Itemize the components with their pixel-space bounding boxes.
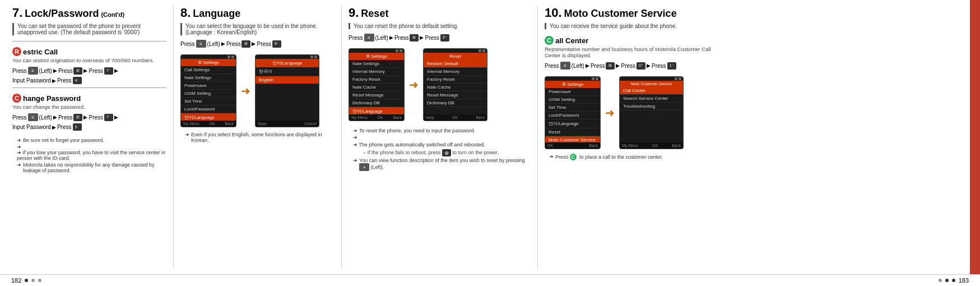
lang-screen-left: ⚙ Settings Call Settings Nate Settings P… <box>180 54 236 127</box>
num-btn-4[interactable]: 5⁻ <box>73 123 82 131</box>
section-9-number: 9. <box>349 6 359 20</box>
section-9-intro: You can reset the phone to default setti… <box>349 23 531 29</box>
menu-btn-lang[interactable]: ≡ <box>196 40 206 48</box>
num-btn-lang[interactable]: 8⁻ <box>272 40 281 48</box>
note-moto: Press C to place a call to the customer … <box>549 154 727 160</box>
phone-top-icons-r <box>256 55 319 59</box>
nav-btn-moto[interactable]: ⊞ <box>606 62 615 70</box>
num-btn-3[interactable]: 7⁻ <box>104 114 113 121</box>
note-reset-1: To reset the phone, you need to input th… <box>353 128 531 133</box>
section-10-number: 10. <box>545 6 562 20</box>
change-instruction-2: Input Password ▶ Press 5⁻ <box>12 123 166 131</box>
left-label-lang: (Left) <box>207 41 220 47</box>
press-label-4: Press <box>57 77 72 84</box>
lang-menu-usim: USIM Setting <box>181 90 236 98</box>
press-label-5: Press <box>12 114 27 121</box>
section-7-contd: (Cont'd) <box>101 11 124 18</box>
section-7-title: 7. Lock/Password (Cont'd) <box>12 6 166 20</box>
nav-btn-1[interactable]: ⊞ <box>73 67 82 75</box>
menu-btn-reset[interactable]: ≡ <box>364 34 374 41</box>
dot-1 <box>25 279 28 282</box>
num-btn-moto1[interactable]: 0⁺ <box>637 62 645 70</box>
dot-6 <box>952 279 955 282</box>
lang-right-title: 언어/Language <box>256 59 319 67</box>
reset-menu-dict: Dictionary DB <box>349 99 404 107</box>
moto-m-lock: Lock/Password <box>545 112 600 119</box>
num-btn-2[interactable]: 4⁻ <box>73 77 82 84</box>
section-7-number: 7. <box>12 6 22 20</box>
press-moto-4: Press <box>652 63 666 69</box>
note-lang-text: Even if you select English, some functio… <box>191 132 335 143</box>
press-label-6: Press <box>58 114 73 121</box>
change-pwd-title: C hange Password <box>12 94 166 103</box>
reset-screenshots: ⚙ Settings Nate Settings Internal Memory… <box>349 48 531 121</box>
signal-icon-r <box>310 56 313 58</box>
lang-left-title: ⚙ Settings <box>181 59 236 66</box>
moto-right-title: Moto Customer Service <box>620 81 683 87</box>
moto-r-call: Call Center <box>620 87 683 95</box>
reset-right-footer: Help OK Back <box>424 114 487 121</box>
restric-instruction-1: Press ≡ (Left) ▶ Press ⊞ ▶ Press 7⁻ ▶ <box>12 67 166 75</box>
nav-btn-lang[interactable]: ⊞ <box>241 40 250 48</box>
left-label-2: (Left) <box>39 114 52 121</box>
press-label-7: Press <box>89 114 103 121</box>
reset-phone-top-l <box>349 49 404 53</box>
moto-left-title: ⚙ Settings <box>545 81 600 88</box>
press-label-2: Press <box>58 68 73 74</box>
notes-section-7: Be sure not to forget your password. ➜ I… <box>12 136 166 174</box>
input-pwd-label-2: Input Password <box>12 124 51 130</box>
section-10-title: 10. Moto Customer Service <box>545 6 727 20</box>
lang-menu-lock: Lock/Password <box>181 105 236 113</box>
menu-btn-1[interactable]: ≡ <box>28 67 38 75</box>
press-label-lang-2: Press <box>226 41 241 47</box>
nav-btn-2[interactable]: ⊞ <box>73 114 82 121</box>
left-page: 182 <box>11 277 21 284</box>
section-7-title-text: Lock/Password <box>25 8 99 20</box>
call-center-title: C all Center <box>545 36 727 45</box>
arrow-moto: ➜ <box>605 106 615 119</box>
num-btn-1[interactable]: 7⁻ <box>104 67 113 75</box>
menu-btn-2[interactable]: ≡ <box>28 113 38 121</box>
reset-menu-cache: Nate Cache <box>349 84 404 91</box>
note-reset-2: ➜ The phone gets automatically switched … <box>353 135 531 156</box>
divider-1 <box>12 41 166 41</box>
section-9: 9. Reset You can reset the phone to defa… <box>342 6 538 269</box>
content-area: 7. Lock/Password (Cont'd) You can set th… <box>0 0 980 274</box>
arrow-reset: ➜ <box>409 78 419 91</box>
lang-menu-nate: Nate Settings <box>181 74 236 82</box>
lang-screen-right: 언어/Language 한국어 English Save Cancel <box>255 54 319 127</box>
note-7-3: Motorola takes no responsibility for any… <box>17 162 166 173</box>
section-8-title-text: Language <box>193 8 240 20</box>
left-label-1: (Left) <box>39 68 52 74</box>
right-page: 183 <box>959 277 969 284</box>
change-title-text: hange Password <box>23 94 81 103</box>
left-label-reset: (Left) <box>375 35 388 41</box>
section-9-title: 9. Reset <box>349 6 531 20</box>
reset-left-footer: My Menu OK Back <box>349 114 404 121</box>
lang-left-footer: My Menu OK Back <box>181 121 236 127</box>
note-reset-3: You can view function description of the… <box>353 158 531 171</box>
moto-right-footer: My Menu OK Back <box>620 142 683 149</box>
call-center-letter: C <box>545 36 554 45</box>
moto-instruction: Press ≡ (Left) ▶ Press ⊞ ▶ Press 0⁺ ▶ Pr… <box>545 62 727 70</box>
reset-right-title: Reset <box>424 53 487 60</box>
nav-btn-reset[interactable]: ⊞ <box>410 34 419 41</box>
lang-right-english: English <box>256 76 319 84</box>
reset-left-title: ⚙ Settings <box>349 53 404 60</box>
change-letter: C <box>12 94 21 103</box>
moto-top-icons-r <box>620 77 683 81</box>
press-moto-3: Press <box>621 63 635 69</box>
reset-r-restore: Restore Default <box>424 60 487 68</box>
moto-m-usim: USIM Setting <box>545 96 600 104</box>
num-btn-moto2[interactable]: 1⁻ <box>667 62 676 70</box>
reset-r-cache: Nate Cache <box>424 84 487 91</box>
num-btn-reset[interactable]: 9⁻ <box>440 34 449 41</box>
restric-letter: R <box>12 47 21 56</box>
note-lang: Even if you select English, some functio… <box>185 132 335 143</box>
moto-left-footer: OK Back <box>545 142 600 149</box>
menu-btn-moto[interactable]: ≡ <box>560 62 570 70</box>
lang-instruction: Press ≡ (Left) ▶ Press ⊞ ▶ Press 8⁻ <box>180 40 335 48</box>
section-10: 10. Moto Customer Service You can receiv… <box>538 6 734 269</box>
press-moto-2: Press <box>591 63 605 69</box>
moto-m-reset: Reset <box>545 128 600 136</box>
